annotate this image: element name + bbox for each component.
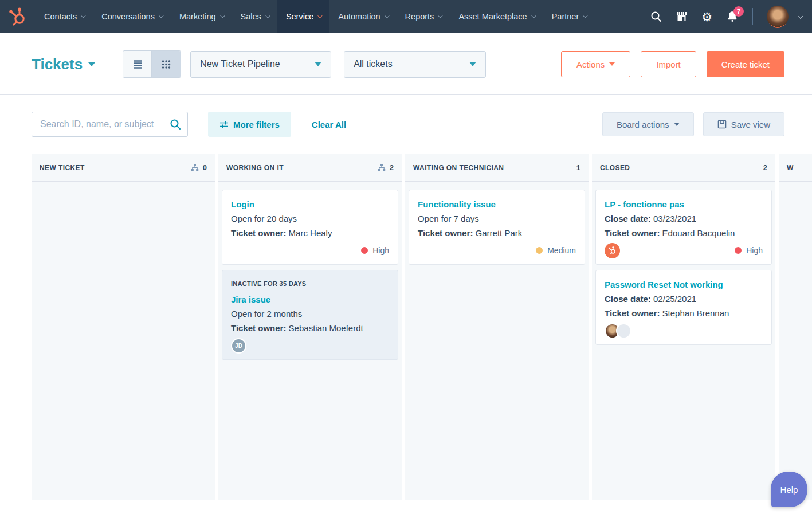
settings-gear-icon[interactable]: ⚙ xyxy=(701,11,712,23)
chevron-down-icon xyxy=(531,13,536,18)
avatar-hubspot-sprocket[interactable] xyxy=(605,243,620,258)
column-header: WAITING ON TECHNICIAN 1 xyxy=(405,154,589,182)
list-icon xyxy=(132,59,143,69)
caret-down-icon xyxy=(609,62,615,66)
ticket-card-jira[interactable]: INACTIVE FOR 35 DAYS Jira issue Open for… xyxy=(222,270,398,360)
chevron-down-icon xyxy=(159,13,163,18)
tickets-toolbar: Tickets New Ticket Pipeline All tickets … xyxy=(0,33,812,94)
avatar-initials[interactable]: JD xyxy=(231,338,246,354)
owner-name: Sebastian Moeferdt xyxy=(289,323,363,333)
ticket-open-duration: Open for 2 months xyxy=(231,307,389,321)
owner-name: Garrett Park xyxy=(476,228,523,238)
ticket-owner-line: Ticket owner: Edouard Bacquelin xyxy=(605,226,763,240)
ticket-card-functionality-issue[interactable]: Functionality issue Open for 7 days Tick… xyxy=(409,190,585,265)
nav-item-partner[interactable]: Partner xyxy=(543,0,595,33)
owner-label: Ticket owner: xyxy=(418,228,473,238)
column-cards xyxy=(779,182,812,198)
priority-high-dot xyxy=(361,247,368,254)
more-filters-label: More filters xyxy=(233,120,280,130)
nav-item-reports[interactable]: Reports xyxy=(397,0,450,33)
ticket-open-duration: Open for 7 days xyxy=(418,211,576,226)
column-count: 0 xyxy=(203,163,207,172)
list-view-button[interactable] xyxy=(123,51,152,77)
ticket-filter-select[interactable]: All tickets xyxy=(344,51,486,78)
avatar-placeholder[interactable] xyxy=(616,323,631,339)
card-footer xyxy=(605,323,763,339)
nav-item-label: Sales xyxy=(241,12,261,21)
chevron-down-icon[interactable] xyxy=(798,13,803,19)
close-date-label: Close date: xyxy=(605,214,651,223)
clear-all-link[interactable]: Clear All xyxy=(312,120,346,130)
close-date-value: 02/25/2021 xyxy=(653,294,696,304)
import-button[interactable]: Import xyxy=(641,51,696,77)
more-filters-button[interactable]: More filters xyxy=(208,112,291,137)
nav-utilities: ⚙ 7 xyxy=(650,6,802,28)
nav-item-label: Partner xyxy=(552,12,579,21)
nav-item-asset-marketplace[interactable]: Asset Marketplace xyxy=(450,0,543,33)
search-icon[interactable] xyxy=(650,11,662,22)
grid-icon xyxy=(161,59,171,69)
nav-item-sales[interactable]: Sales xyxy=(232,0,277,33)
ticket-board: NEW TICKET 0 WORKING ON IT xyxy=(32,154,812,500)
card-footer: Medium xyxy=(418,242,576,258)
nav-item-label: Reports xyxy=(405,12,434,21)
notifications-bell-icon[interactable]: 7 xyxy=(726,10,739,23)
help-button[interactable]: Help xyxy=(771,472,807,507)
actions-button[interactable]: Actions xyxy=(561,51,630,77)
column-header: W xyxy=(779,154,812,182)
ticket-title-link[interactable]: Jira issue xyxy=(231,292,389,307)
ticket-owner-line: Ticket owner: Sebastian Moeferdt xyxy=(231,321,389,335)
search-box xyxy=(32,112,188,137)
create-ticket-button[interactable]: Create ticket xyxy=(707,51,784,77)
create-ticket-label: Create ticket xyxy=(721,60,770,69)
ticket-title-link[interactable]: Password Reset Not working xyxy=(605,277,763,292)
caret-down-icon xyxy=(315,62,321,66)
pipeline-select-value: New Ticket Pipeline xyxy=(200,59,280,69)
column-name: NEW TICKET xyxy=(40,164,85,172)
column-header: NEW TICKET 0 xyxy=(32,154,215,182)
marketplace-icon[interactable] xyxy=(676,11,688,22)
filter-row: More filters Clear All Board actions Sav… xyxy=(0,95,812,154)
owner-name: Stephan Brennan xyxy=(662,308,729,318)
pipeline-select[interactable]: New Ticket Pipeline xyxy=(190,51,331,78)
sprocket-icon xyxy=(608,246,617,255)
column-header: CLOSED 2 xyxy=(592,154,775,182)
column-partial: W xyxy=(779,154,812,500)
ticket-owner-line: Ticket owner: Stephan Brennan xyxy=(605,306,763,320)
nav-item-service[interactable]: Service xyxy=(277,0,329,33)
nav-item-conversations[interactable]: Conversations xyxy=(93,0,171,33)
board-view-button[interactable] xyxy=(152,51,181,77)
close-date-label: Close date: xyxy=(605,294,651,304)
nav-item-automation[interactable]: Automation xyxy=(329,0,396,33)
search-input[interactable] xyxy=(32,112,188,137)
ticket-card-login[interactable]: Login Open for 20 days Ticket owner: Mar… xyxy=(222,190,398,265)
ticket-title-link[interactable]: Functionality issue xyxy=(418,197,576,211)
nav-item-label: Asset Marketplace xyxy=(458,12,527,21)
nav-item-marketing[interactable]: Marketing xyxy=(171,0,232,33)
card-footer: High xyxy=(231,242,389,258)
ticket-title-link[interactable]: Login xyxy=(231,197,389,211)
card-footer: High xyxy=(605,242,763,258)
view-toggle-group xyxy=(123,50,181,78)
column-name: WORKING ON IT xyxy=(226,164,284,172)
caret-down-icon xyxy=(674,123,680,126)
owner-label: Ticket owner: xyxy=(231,228,286,238)
nav-item-contacts[interactable]: Contacts xyxy=(36,0,93,33)
column-cards: LP - fonctionne pas Close date: 03/23/20… xyxy=(592,182,775,353)
user-avatar[interactable] xyxy=(767,6,789,28)
ticket-title-link[interactable]: LP - fonctionne pas xyxy=(605,197,763,211)
priority-medium-dot xyxy=(536,247,543,254)
ticket-card-lp-fonctionne-pas[interactable]: LP - fonctionne pas Close date: 03/23/20… xyxy=(595,190,772,265)
ticket-owner-line: Ticket owner: Marc Healy xyxy=(231,226,389,240)
search-icon[interactable] xyxy=(170,119,181,130)
board-actions-button[interactable]: Board actions xyxy=(602,112,694,136)
save-view-label: Save view xyxy=(731,120,770,130)
ticket-card-password-reset[interactable]: Password Reset Not working Close date: 0… xyxy=(595,270,772,345)
chevron-down-icon xyxy=(385,13,389,18)
column-new-ticket: NEW TICKET 0 xyxy=(32,154,215,500)
notification-count-badge: 7 xyxy=(733,6,744,17)
hubspot-logo-icon[interactable] xyxy=(8,6,28,27)
page-title-tickets-dropdown[interactable]: Tickets xyxy=(32,56,95,73)
save-view-button[interactable]: Save view xyxy=(703,112,784,136)
save-floppy-icon xyxy=(717,120,727,129)
